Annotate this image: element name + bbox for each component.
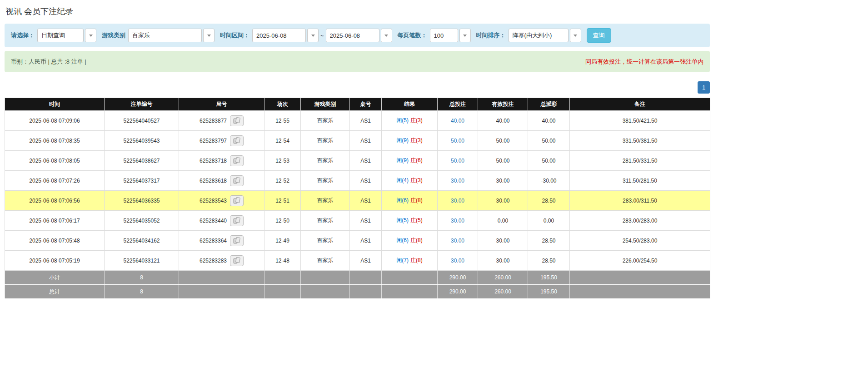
- view-round-detail-button[interactable]: [230, 195, 244, 206]
- query-type-input[interactable]: [37, 29, 84, 42]
- cell-total-bet: 50.00: [438, 151, 478, 171]
- total-bet-link[interactable]: 30.00: [451, 258, 464, 264]
- time-range-label: 时间区间：: [220, 31, 249, 40]
- date-to-input[interactable]: [326, 29, 379, 42]
- date-to-caret-button[interactable]: [381, 29, 392, 42]
- header-result: 结果: [382, 98, 438, 111]
- total-bet-link[interactable]: 30.00: [451, 198, 464, 204]
- header-round-id: 局号: [179, 98, 264, 111]
- page-1-button[interactable]: 1: [698, 81, 710, 94]
- cell-payout: 28.50: [528, 231, 570, 251]
- caret-down-icon: [463, 35, 467, 37]
- sort-input[interactable]: [509, 29, 569, 42]
- cell-bet-id: 522564036335: [105, 191, 179, 211]
- cell-table-no: AS1: [350, 231, 382, 251]
- cell-valid-bet: 50.00: [478, 151, 528, 171]
- cell-remark: 283.00/311.50: [570, 191, 710, 211]
- header-game-type: 游戏类别: [301, 98, 350, 111]
- result-player: 闲(7): [396, 257, 409, 263]
- filter-bar: 请选择： 游戏类别 时间区间： ~ 每页笔数： 时间排序：: [5, 24, 710, 47]
- result-banker: 庄(8): [410, 257, 423, 263]
- total-bet-link[interactable]: 40.00: [451, 118, 464, 124]
- cell-session: 12-50: [264, 211, 301, 231]
- total-bet-link[interactable]: 50.00: [451, 158, 464, 164]
- cell-payout: 50.00: [528, 131, 570, 151]
- sort-caret-button[interactable]: [570, 29, 581, 42]
- view-round-detail-button[interactable]: [230, 175, 244, 186]
- date-from-caret-button[interactable]: [307, 29, 319, 42]
- result-player: 闲(6): [396, 237, 409, 243]
- page-title: 视讯 会员下注纪录: [5, 6, 710, 17]
- cell-game-type: 百家乐: [301, 211, 350, 231]
- cell-valid-bet: 30.00: [478, 191, 528, 211]
- cell-table-no: AS1: [350, 131, 382, 151]
- view-round-detail-button[interactable]: [230, 115, 244, 126]
- result-banker: 庄(5): [410, 217, 423, 223]
- view-round-detail-button[interactable]: [230, 235, 244, 246]
- page-size-caret-button[interactable]: [459, 29, 471, 42]
- date-from-input[interactable]: [252, 29, 306, 42]
- query-type-caret-button[interactable]: [85, 29, 96, 42]
- caret-down-icon: [207, 35, 211, 37]
- cell-payout: 50.00: [528, 151, 570, 171]
- table-footer: 小计 8 290.00 260.00 195.50 总计 8: [5, 271, 710, 299]
- total-total-bet: 290.00: [438, 285, 478, 299]
- summary-notice: 同局有效投注，统一计算在该局第一张注单内: [585, 58, 703, 66]
- cell-payout: 0.00: [528, 211, 570, 231]
- round-id-text: 625283797: [200, 138, 227, 144]
- cards-icon: [233, 177, 240, 184]
- view-round-detail-button[interactable]: [230, 215, 244, 226]
- cell-result: 闲(5)庄(3): [382, 111, 438, 131]
- caret-down-icon: [574, 35, 577, 37]
- cell-table-no: AS1: [350, 111, 382, 131]
- subtotal-count: 8: [105, 271, 179, 285]
- round-id-text: 625283877: [200, 118, 227, 124]
- round-id-text: 625283543: [200, 198, 227, 204]
- cell-time: 2025-06-08 07:05:19: [5, 251, 105, 271]
- total-bet-link[interactable]: 50.00: [451, 138, 464, 144]
- table-body: 2025-06-08 07:09:06 522564040527 6252838…: [5, 111, 710, 271]
- view-round-detail-button[interactable]: [230, 255, 244, 266]
- total-empty-remark: [570, 285, 710, 299]
- cell-total-bet: 30.00: [438, 191, 478, 211]
- view-round-detail-button[interactable]: [230, 155, 244, 166]
- search-button[interactable]: 查询: [587, 28, 611, 43]
- subtotal-label: 小计: [5, 271, 105, 285]
- header-total-bet: 总投注: [438, 98, 478, 111]
- total-empty-game-type: [301, 285, 350, 299]
- result-banker: 庄(8): [410, 237, 423, 243]
- round-id-text: 625283618: [200, 178, 227, 184]
- cell-valid-bet: 30.00: [478, 171, 528, 191]
- cell-time: 2025-06-08 07:08:05: [5, 151, 105, 171]
- cell-time: 2025-06-08 07:07:26: [5, 171, 105, 191]
- cell-table-no: AS1: [350, 211, 382, 231]
- total-bet-link[interactable]: 30.00: [451, 178, 464, 184]
- cell-bet-id: 522564040527: [105, 111, 179, 131]
- cell-table-no: AS1: [350, 191, 382, 211]
- result-banker: 庄(3): [410, 137, 423, 144]
- game-type-caret-button[interactable]: [203, 29, 215, 42]
- game-type-input[interactable]: [128, 29, 202, 42]
- cell-result: 闲(6)庄(8): [382, 231, 438, 251]
- page-size-input[interactable]: [430, 29, 458, 42]
- cell-bet-id: 522564033121: [105, 251, 179, 271]
- bet-records-table: 时间 注单编号 局号 场次 游戏类别 桌号 结果 总投注 有效投注 总派彩 备注…: [5, 98, 710, 299]
- view-round-detail-button[interactable]: [230, 135, 244, 146]
- date-to-combo: [326, 29, 392, 42]
- table-row: 2025-06-08 07:06:56 522564036335 6252835…: [5, 191, 710, 211]
- cards-icon: [233, 137, 240, 144]
- total-bet-link[interactable]: 30.00: [451, 218, 464, 224]
- cell-payout: 40.00: [528, 111, 570, 131]
- header-time: 时间: [5, 98, 105, 111]
- total-label: 总计: [5, 285, 105, 299]
- result-player: 闲(5): [396, 117, 409, 124]
- cell-session: 12-51: [264, 191, 301, 211]
- table-row: 2025-06-08 07:05:19 522564033121 6252832…: [5, 251, 710, 271]
- cell-round-id: 625283718: [179, 151, 264, 171]
- date-range-separator: ~: [320, 32, 324, 39]
- header-table-no: 桌号: [350, 98, 382, 111]
- total-bet-link[interactable]: 30.00: [451, 238, 464, 244]
- result-player: 闲(9): [396, 157, 409, 164]
- sort-combo: [509, 29, 581, 42]
- cards-icon: [233, 217, 240, 224]
